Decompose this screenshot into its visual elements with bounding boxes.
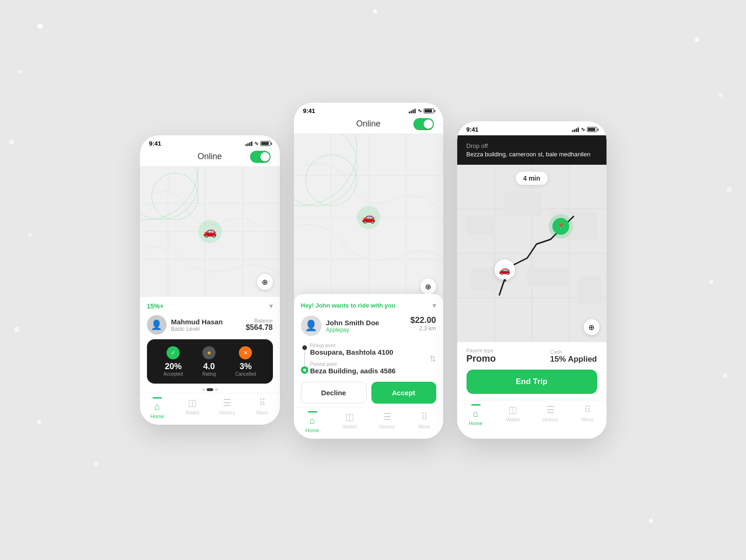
pickup-address: Bosupara, Bashtola 4100 [310,348,436,356]
cash-label: Cash [550,349,597,355]
end-trip-button[interactable]: End Trip [467,370,597,394]
toggle-knob-1 [260,152,270,161]
nav-wallet-2[interactable]: ◫ Wallet [331,411,369,433]
bottom-panel-1: 15%+ ▾ 👤 Mahmud Hasan Basic Level Balanc… [140,297,280,396]
request-title: Hey! John wants to ride with you [301,302,396,309]
status-bar-3: 9:41 ∿ [457,121,607,135]
wifi-icon-2: ∿ [418,108,422,114]
chevron-down-icon-2: ▾ [432,301,436,310]
rider-left: 👤 John Smith Doe Applepay [301,315,379,336]
location-btn-3[interactable]: ⊕ [584,319,600,335]
map-area-3: 4 min 📍 🚗 ⊕ [457,165,607,342]
rider-avatar: 👤 [301,315,321,336]
nav-history-3[interactable]: ☰ History [532,404,569,426]
carousel-dots-1 [147,388,273,391]
online-toggle-1[interactable] [250,151,271,163]
history-label-1: History [219,410,235,415]
radar-1: 🚗 [198,220,222,243]
dropoff-bar: Drop off Bezza building, cameroon st, ba… [457,135,607,165]
signal-icon-3 [572,127,579,132]
more-icon-3: ⠿ [584,404,591,415]
driver-name-1: Mahmud Hasan [171,318,223,326]
time-3: 9:41 [467,126,479,133]
route-section: Pickup point Bosupara, Bashtola 4100 Pic… [301,343,436,375]
time-2: 9:41 [303,107,315,114]
nav-home-3[interactable]: ⌂ Home [457,404,495,426]
wallet-icon-1: ◫ [188,397,197,408]
rating-icon: ★ [202,346,216,359]
price-distance: 2.3 km [410,325,436,332]
nav-active-bar-1 [153,397,162,399]
wallet-label-3: Wallet [506,417,520,422]
pay-label: Payent type [467,348,496,353]
battery-icon-1 [260,141,271,146]
avatar-1: 👤 [147,315,167,335]
status-bar-2: 9:41 ∿ [294,103,443,117]
map-area-1: 🚗 ⊕ [140,166,280,297]
balance-label-1: Balance [246,318,273,323]
wifi-icon-1: ∿ [254,140,258,147]
request-header: Hey! John wants to ride with you ▾ [301,301,436,310]
route-end-dot [301,366,308,374]
signal-icon-2 [409,109,416,113]
header-title-2: Online [356,119,380,129]
rider-row: 👤 John Smith Doe Applepay $22.00 2.3 km [301,315,436,336]
pickup-point: Pickup point Bosupara, Bashtola 4100 [310,343,436,356]
nav-home-2[interactable]: ⌂ Home [294,411,331,433]
phones-container: 9:41 ∿ Online [140,121,607,439]
wallet-label-1: Wallet [185,410,199,415]
accept-button[interactable]: Accept [371,382,436,404]
eta-value: 4 min [523,175,540,182]
payment-left: Payent type Promo [467,348,496,364]
bottom-nav-2: ⌂ Home ◫ Wallet ☰ History ⠿ More [294,407,443,439]
rider-price: $22.00 2.3 km [410,315,436,332]
nav-home-1[interactable]: ⌂ Home [140,397,175,419]
nav-wallet-3[interactable]: ◫ Wallet [495,404,532,426]
driver-info-1: 👤 Mahmud Hasan Basic Level [147,315,223,335]
balance-amount-1: $564.78 [246,323,273,332]
nav-more-1[interactable]: ⠿ More [245,397,280,419]
phone-1: 9:41 ∿ Online [140,135,280,425]
car-icon-1: 🚗 [198,220,222,243]
stat-rating: ★ 4.0 Rating [202,346,216,377]
payment-row: Payent type Promo Cash 15% Applied [467,348,597,364]
cash-value: 15% Applied [550,355,597,364]
stat-accepted: ✓ 20% Accepted [163,346,183,377]
wallet-icon-3: ◫ [509,404,517,415]
nav-wallet-1[interactable]: ◫ Wallet [175,397,210,419]
nav-history-2[interactable]: ☰ History [369,411,406,433]
home-icon-3: ⌂ [473,408,478,419]
promo-bar-1: 15%+ ▾ [147,301,273,310]
bottom-nav-3: ⌂ Home ◫ Wallet ☰ History ⠿ More [457,400,607,432]
header-1: Online [140,149,280,166]
nav-more-2[interactable]: ⠿ More [406,411,443,433]
car-icon-2: 🚗 [357,206,380,229]
wallet-icon-2: ◫ [345,411,354,422]
home-label-3: Home [469,420,482,426]
history-icon-3: ☰ [546,404,555,415]
nav-history-1[interactable]: ☰ History [210,397,245,419]
nav-more-3[interactable]: ⠿ More [569,404,607,426]
location-btn-1[interactable]: ⊕ [257,274,273,290]
location-btn-2[interactable]: ⊕ [420,279,436,294]
history-label-3: History [542,417,558,422]
rider-name: John Smith Doe [326,319,379,327]
online-toggle-2[interactable] [413,118,434,130]
rating-label: Rating [202,371,216,377]
dot-2 [207,388,213,391]
home-label-2: Home [306,427,319,433]
home-label-1: Home [150,413,164,419]
map-area-2: 🚗 ⊕ [294,133,443,301]
swap-icon: ⇅ [429,354,436,364]
dot-1 [202,388,205,391]
decline-button[interactable]: Decline [301,382,367,404]
history-icon-1: ☰ [223,397,231,408]
stat-cancelled: ✕ 3% Cancelled [235,346,256,377]
wallet-label-2: Wallet [342,424,356,429]
rating-value: 4.0 [202,362,216,371]
dropoff-route-label: Pickout point [310,362,436,367]
status-bar-1: 9:41 ∿ [140,135,280,149]
status-icons-2: ∿ [409,108,434,114]
home-icon-1: ⌂ [154,401,160,412]
wifi-icon-3: ∿ [581,126,585,133]
